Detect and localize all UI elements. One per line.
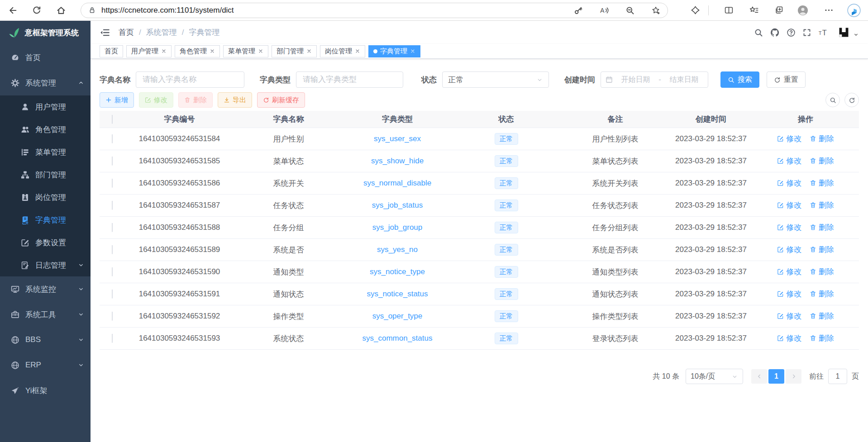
row-delete-link[interactable]: 删除 (810, 222, 834, 233)
refresh-table-button[interactable] (844, 93, 859, 107)
collections-icon[interactable] (774, 5, 783, 15)
dict-type-link[interactable]: sys_job_group (372, 223, 423, 232)
sidebar-item-gear-1[interactable]: 系统管理 (0, 70, 91, 95)
row-checkbox[interactable] (112, 134, 113, 143)
breadcrumb-item-1[interactable]: 系统管理 (146, 27, 177, 38)
row-edit-link[interactable]: 修改 (777, 156, 801, 166)
dict-type-link[interactable]: sys_oper_type (372, 312, 423, 320)
row-edit-link[interactable]: 修改 (777, 311, 801, 321)
fullscreen-icon[interactable] (802, 28, 811, 37)
row-checkbox[interactable] (112, 179, 113, 188)
tab-close-icon[interactable] (258, 48, 263, 54)
sidebar-item-paper-plane-14[interactable]: Yi框架 (0, 378, 91, 403)
row-edit-link[interactable]: 修改 (777, 178, 801, 188)
sidebar-item-toolbox-11[interactable]: 系统工具 (0, 302, 91, 327)
lock-icon[interactable] (88, 6, 96, 14)
browser-refresh-button[interactable] (32, 5, 42, 15)
row-delete-link[interactable]: 删除 (810, 200, 834, 210)
dict-type-link[interactable]: sys_notice_status (367, 290, 428, 298)
text-size-icon[interactable]: TT (818, 28, 827, 37)
delete-button[interactable]: 删除 (178, 92, 213, 108)
row-edit-link[interactable]: 修改 (777, 333, 801, 343)
row-checkbox[interactable] (112, 223, 113, 232)
tab-6[interactable]: 字典管理 (368, 45, 420, 57)
browser-home-button[interactable] (56, 5, 66, 15)
show-search-toggle-button[interactable] (825, 93, 840, 107)
page-size-select[interactable]: 10条/页 (686, 369, 743, 384)
tab-0[interactable]: 首页 (100, 45, 123, 57)
profile-avatar[interactable] (797, 5, 809, 16)
edit-button[interactable]: 修改 (139, 92, 173, 108)
dict-type-link[interactable]: sys_show_hide (371, 157, 424, 165)
sidebar-item-globe-12[interactable]: BBS (0, 327, 91, 352)
tab-5[interactable]: 岗位管理 (320, 45, 365, 57)
sidebar-item-monitor-10[interactable]: 系统监控 (0, 276, 91, 302)
bing-sidebar-icon[interactable] (847, 4, 861, 17)
sidebar-item-dashboard-0[interactable]: 首页 (0, 45, 91, 70)
user-avatar[interactable] (837, 26, 850, 39)
row-delete-link[interactable]: 删除 (810, 311, 834, 321)
refresh-cache-button[interactable]: 刷新缓存 (257, 92, 305, 108)
row-checkbox[interactable] (112, 290, 113, 299)
sidebar-item-edit-square-8[interactable]: 参数设置 (0, 231, 91, 254)
zoom-out-icon[interactable] (625, 6, 634, 15)
tab-close-icon[interactable] (306, 48, 312, 54)
sidebar-item-dictionary-7[interactable]: 字典管理 (0, 209, 91, 231)
browser-back-button[interactable] (7, 5, 17, 15)
sidebar-item-globe-13[interactable]: ERP (0, 352, 91, 378)
url-text[interactable]: https://ccnetcore.com:1101/system/dict (101, 6, 557, 15)
tab-close-icon[interactable] (355, 48, 360, 54)
search-button[interactable]: 搜索 (720, 71, 759, 88)
tab-4[interactable]: 部门管理 (272, 45, 317, 57)
breadcrumb-item-0[interactable]: 首页 (119, 27, 134, 38)
reset-button[interactable]: 重置 (767, 71, 806, 88)
tab-1[interactable]: 用户管理 (126, 45, 172, 57)
collapse-sidebar-icon[interactable] (100, 28, 110, 38)
help-icon[interactable] (787, 28, 796, 37)
sidebar-item-user-2[interactable]: 用户管理 (0, 95, 91, 118)
row-delete-link[interactable]: 删除 (810, 333, 834, 343)
dict-name-input[interactable] (136, 71, 244, 88)
dict-type-link[interactable]: sys_notice_type (370, 267, 425, 276)
github-icon[interactable] (770, 28, 780, 38)
dict-type-link[interactable]: sys_normal_disable (363, 179, 431, 187)
row-checkbox[interactable] (112, 245, 113, 254)
tab-close-icon[interactable] (210, 48, 215, 54)
status-select[interactable]: 正常 (442, 71, 549, 88)
row-checkbox[interactable] (112, 267, 113, 276)
row-delete-link[interactable]: 删除 (810, 178, 834, 188)
row-checkbox[interactable] (112, 201, 113, 210)
row-delete-link[interactable]: 删除 (810, 244, 834, 255)
read-aloud-icon[interactable]: A (600, 6, 609, 15)
row-delete-link[interactable]: 删除 (810, 289, 834, 299)
row-edit-link[interactable]: 修改 (777, 222, 801, 233)
row-edit-link[interactable]: 修改 (777, 133, 801, 144)
row-edit-link[interactable]: 修改 (777, 200, 801, 210)
row-delete-link[interactable]: 删除 (810, 156, 834, 166)
row-delete-link[interactable]: 删除 (810, 266, 834, 277)
prev-page-button[interactable] (751, 369, 767, 384)
add-button[interactable]: 新增 (100, 92, 134, 108)
export-button[interactable]: 导出 (218, 92, 252, 108)
more-menu-icon[interactable] (824, 5, 834, 15)
split-screen-icon[interactable] (724, 5, 734, 15)
row-checkbox[interactable] (112, 312, 113, 321)
password-icon[interactable] (574, 6, 583, 15)
address-bar[interactable]: https://ccnetcore.com:1101/system/dict A (81, 3, 668, 18)
dict-type-input[interactable] (296, 71, 403, 88)
sidebar-item-org-chart-5[interactable]: 部门管理 (0, 163, 91, 186)
sidebar-item-log-edit-9[interactable]: 日志管理 (0, 254, 91, 276)
favorites-icon[interactable] (749, 5, 758, 15)
row-edit-link[interactable]: 修改 (777, 266, 801, 277)
dict-type-link[interactable]: sys_job_status (372, 201, 423, 209)
date-range-picker[interactable]: 开始日期 - 结束日期 (601, 71, 708, 88)
sidebar-item-menu-list-4[interactable]: 菜单管理 (0, 141, 91, 163)
extensions-icon[interactable] (691, 5, 700, 15)
row-checkbox[interactable] (112, 334, 113, 343)
dict-type-link[interactable]: sys_user_sex (374, 134, 421, 143)
tab-close-icon[interactable] (410, 48, 415, 54)
row-edit-link[interactable]: 修改 (777, 244, 801, 255)
header-search-icon[interactable] (754, 28, 763, 37)
row-delete-link[interactable]: 删除 (810, 133, 834, 144)
row-checkbox[interactable] (112, 157, 113, 166)
